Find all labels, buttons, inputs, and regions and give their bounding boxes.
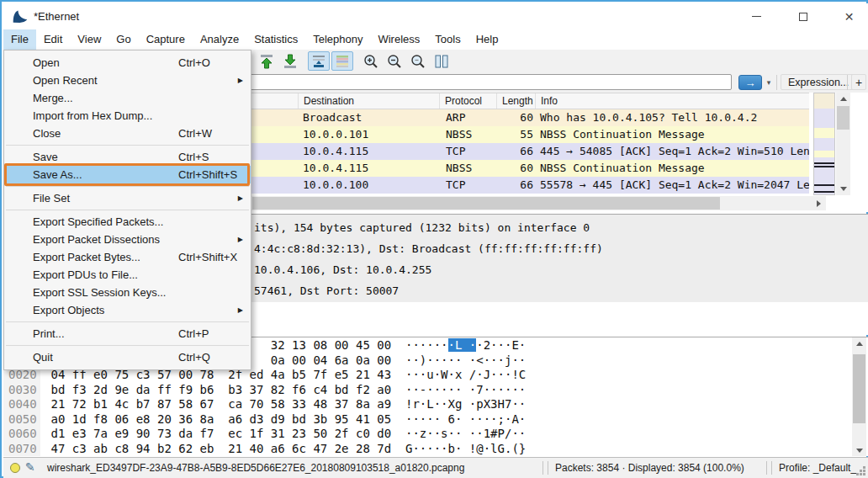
hex-ascii: G·····b· !@·lG.(} [405, 442, 526, 455]
menu-item-export-packet-dissections[interactable]: Export Packet Dissections▶ [4, 231, 251, 248]
hex-offset: 0030 [8, 383, 37, 398]
scroll-right-icon[interactable] [812, 197, 825, 210]
packet-list-vertical-scrollbar[interactable] [836, 93, 850, 195]
menu-edit[interactable]: Edit [36, 29, 70, 50]
expression-button[interactable]: Expression... [781, 74, 856, 90]
menu-go[interactable]: Go [108, 29, 138, 50]
menu-item-close[interactable]: CloseCtrl+W [4, 125, 251, 142]
column-header-length[interactable]: Length [496, 93, 535, 109]
cell-dest: 10.0.0.101 [303, 128, 368, 141]
auto-scroll-icon[interactable] [308, 51, 330, 71]
maximize-button[interactable] [784, 3, 822, 29]
minimap-packet-mark [814, 162, 834, 164]
menu-file[interactable]: File [3, 29, 36, 50]
wireshark-window: *Ethernet ✕ FileEditViewGoCaptureAnalyze… [0, 0, 868, 478]
cell-len: 60 [496, 162, 533, 174]
window-title: *Ethernet [34, 10, 79, 23]
filter-dropdown-caret-icon[interactable]: ▾ [764, 75, 774, 90]
toolbar-separator [847, 75, 848, 90]
menu-item-merge[interactable]: Merge... [4, 89, 251, 107]
menu-item-file-set[interactable]: File Set▶ [4, 189, 251, 207]
menu-item-open-recent[interactable]: Open Recent▶ [4, 72, 251, 89]
menu-item-export-specified-packets[interactable]: Export Specified Packets... [4, 213, 251, 231]
submenu-arrow-icon: ▶ [238, 306, 243, 314]
title-bar: *Ethernet ✕ [3, 3, 868, 29]
file-menu: OpenCtrl+OOpen Recent▶Merge...Import fro… [3, 50, 251, 370]
cell-dest: Broadcast [303, 111, 362, 124]
scroll-up-icon[interactable] [836, 93, 850, 105]
zoom-out-icon[interactable] [384, 51, 405, 71]
menu-help[interactable]: Help [468, 29, 506, 50]
column-header-info[interactable]: Info [535, 93, 809, 109]
hex-row[interactable]: 007047 c3 ab c8 94 b2 62 eb 21 40 a6 6c … [8, 442, 526, 457]
menu-wireless[interactable]: Wireless [370, 29, 427, 50]
scrollbar-thumb[interactable] [252, 197, 720, 210]
add-filter-button[interactable]: + [851, 74, 866, 90]
toolbar-separator [776, 75, 777, 90]
cell-info: 55578 → 445 [ACK] Seq=1 Ack=2 Win=2047 L… [540, 178, 809, 191]
hex-row[interactable]: 0030bd f3 2d 9e da ff f9 b6 b3 37 82 f6 … [8, 383, 526, 398]
menu-analyze[interactable]: Analyze [193, 29, 246, 50]
menu-item-save-as[interactable]: Save As...Ctrl+Shift+S [4, 166, 251, 183]
cell-info: NBSS Continuation Message [540, 162, 705, 174]
column-header-protocol[interactable]: Protocol [439, 93, 496, 109]
cell-info: 445 → 54085 [ACK] Seq=1 Ack=2 Win=510 Le… [540, 145, 809, 157]
hex-ascii: ···u·W·x /·J···!C [405, 368, 526, 381]
go-first-packet-icon[interactable] [256, 51, 278, 71]
menu-item-print[interactable]: Print...Ctrl+P [4, 325, 251, 343]
minimize-button[interactable] [738, 3, 775, 29]
shortcut-label: Ctrl+Shift+X [178, 251, 237, 263]
menu-telephony[interactable]: Telephony [305, 29, 370, 50]
menu-item-export-ssl-session-keys[interactable]: Export SSL Session Keys... [4, 284, 251, 301]
menu-item-import-from-hex-dump[interactable]: Import from Hex Dump... [4, 107, 251, 125]
menu-capture[interactable]: Capture [139, 29, 193, 50]
statusbar-separator [542, 461, 548, 475]
zoom-reset-icon[interactable] [407, 51, 429, 71]
menu-item-export-pdus-to-file[interactable]: Export PDUs to File... [4, 266, 251, 284]
packet-count-summary: Packets: 3854 · Displayed: 3854 (100.0%) [555, 462, 744, 474]
hex-ascii: !r·L··Xg ·pX3H7·· [405, 397, 526, 411]
hex-ascii: ····· 6· ····;·A· [405, 412, 526, 426]
menu-separator [6, 186, 249, 187]
menu-statistics[interactable]: Statistics [246, 29, 305, 50]
hex-row[interactable]: 0050a0 1d f8 06 e8 20 36 8a a6 d3 d9 bd … [8, 412, 526, 428]
scrollbar-thumb[interactable] [837, 106, 849, 130]
apply-filter-button[interactable]: → [738, 75, 762, 90]
menu-tools[interactable]: Tools [427, 29, 468, 50]
capture-comment-icon[interactable]: ✎ [25, 460, 35, 474]
menu-item-quit[interactable]: QuitCtrl+Q [4, 348, 251, 366]
packet-minimap[interactable] [813, 93, 835, 195]
hex-ascii: ··)····· ·<···j·· [405, 353, 526, 367]
minimap-packet-mark [814, 184, 834, 186]
cell-proto: TCP [446, 145, 465, 157]
zoom-in-icon[interactable] [360, 51, 382, 71]
submenu-arrow-icon: ▶ [238, 194, 243, 202]
menu-item-export-objects[interactable]: Export Objects▶ [4, 301, 251, 319]
menu-separator [6, 345, 249, 346]
hex-vertical-scrollbar[interactable] [852, 337, 866, 456]
close-button[interactable]: ✕ [830, 3, 868, 29]
menu-view[interactable]: View [70, 29, 108, 50]
scroll-up-icon[interactable] [852, 337, 866, 350]
minimap-packet-mark [814, 191, 834, 193]
cell-proto: TCP [446, 178, 465, 191]
hex-row[interactable]: 004021 72 b1 4c b7 87 58 67 ca 70 58 33 … [8, 397, 526, 412]
scroll-down-icon[interactable] [836, 183, 850, 195]
scrollbar-thumb[interactable] [853, 354, 865, 423]
menu-item-export-packet-bytes[interactable]: Export Packet Bytes...Ctrl+Shift+X [4, 248, 251, 266]
menu-item-save[interactable]: SaveCtrl+S [4, 148, 251, 166]
wireshark-fin-icon [12, 9, 29, 24]
resize-columns-icon[interactable] [431, 51, 453, 71]
hex-bytes: d1 e3 7a e9 90 73 da f7 ec 1f 31 23 50 2… [51, 427, 392, 442]
column-header-destination[interactable]: Destination [298, 93, 439, 109]
menu-item-open[interactable]: OpenCtrl+O [4, 54, 251, 72]
profile-label[interactable]: Profile: _Default_ [779, 462, 856, 474]
hex-ascii: ··z··s·· ··1#P/·· [405, 427, 526, 440]
hex-bytes: bd f3 2d 9e da ff f9 b6 b3 37 82 f6 c4 b… [51, 383, 392, 398]
colorize-icon[interactable] [331, 51, 353, 71]
go-last-packet-icon[interactable] [279, 51, 301, 71]
hex-row[interactable]: 0060d1 e3 7a e9 90 73 da f7 ec 1f 31 23 … [8, 427, 526, 442]
scroll-down-icon[interactable] [852, 444, 866, 456]
resize-grip[interactable] [863, 473, 865, 475]
expert-info-icon[interactable] [10, 463, 20, 473]
